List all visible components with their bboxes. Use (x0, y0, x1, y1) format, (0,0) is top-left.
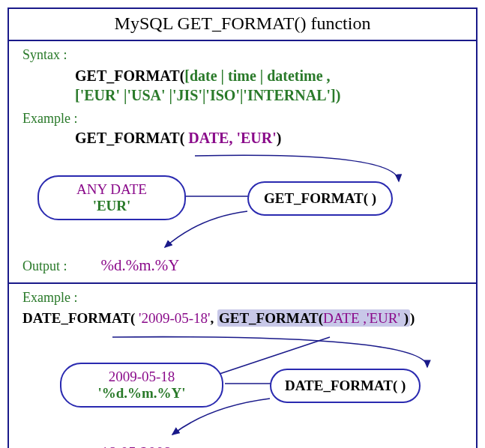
ex2-inner-close: ) (404, 310, 409, 326)
example-expr-2: DATE_FORMAT( '2009-05-18', GET_FORMAT(DA… (22, 310, 463, 327)
output-value-1: %d.%m.%Y (101, 256, 180, 274)
section-1: Syntax : GET_FORMAT([date | time | datet… (9, 41, 476, 282)
ex1-args: DATE, 'EUR' (188, 130, 276, 146)
title: MySQL GET_FORMAT() function (9, 9, 476, 41)
output-value-2: 18.05.2009 (101, 444, 172, 448)
example-label-1: Example : (22, 111, 463, 127)
ex2-comma: , (211, 310, 218, 326)
flow-diagram-2: 2009-05-18 '%d.%m.%Y' DATE_FORMAT( ) (22, 334, 463, 439)
output-row-1: Output : %d.%m.%Y (22, 256, 463, 275)
ex2-date: '2009-05-18' (139, 310, 211, 326)
ex2-inner-args: DATE ,'EUR' (323, 310, 404, 326)
ex1-close: ) (277, 130, 282, 146)
ex2-close: ) (410, 310, 415, 326)
func-box-1: GET_FORMAT( ) (247, 181, 393, 216)
ex2-inner-func: GET_FORMAT( (219, 310, 323, 326)
output-row-2: Output : 18.05.2009 (22, 444, 463, 448)
section-2: Example : DATE_FORMAT( '2009-05-18', GET… (9, 284, 476, 448)
syntax-args1: [date | time | datetime , (184, 67, 330, 84)
syntax-label: Syntax : (22, 47, 463, 63)
input1-l2: 'EUR' (54, 198, 169, 214)
diagram-frame: MySQL GET_FORMAT() function Syntax : GET… (7, 7, 478, 448)
example-label-2: Example : (22, 290, 463, 306)
input-box-2: 2009-05-18 '%d.%m.%Y' (60, 363, 223, 408)
syntax-func: GET_FORMAT( (75, 67, 184, 84)
flow-diagram-1: ANY DATE 'EUR' GET_FORMAT( ) (22, 154, 463, 252)
func-box-2: DATE_FORMAT( ) (270, 369, 421, 403)
example-expr-1: GET_FORMAT( DATE, 'EUR') (75, 130, 463, 147)
input-box-1: ANY DATE 'EUR' (37, 175, 186, 220)
input1-l1: ANY DATE (54, 181, 169, 198)
syntax-args2: ['EUR' |'USA' |'JIS'|'ISO'|'INTERNAL']) (75, 87, 340, 103)
ex2-highlight: GET_FORMAT(DATE ,'EUR' ) (217, 309, 410, 327)
ex1-func: GET_FORMAT( (75, 130, 188, 146)
output-label-1: Output : (22, 258, 67, 273)
input2-l1: 2009-05-18 (76, 369, 207, 385)
input2-l2: '%d.%m.%Y' (76, 385, 207, 402)
ex2-func: DATE_FORMAT( (22, 310, 139, 326)
syntax-block: GET_FORMAT([date | time | datetime , ['E… (75, 66, 463, 105)
